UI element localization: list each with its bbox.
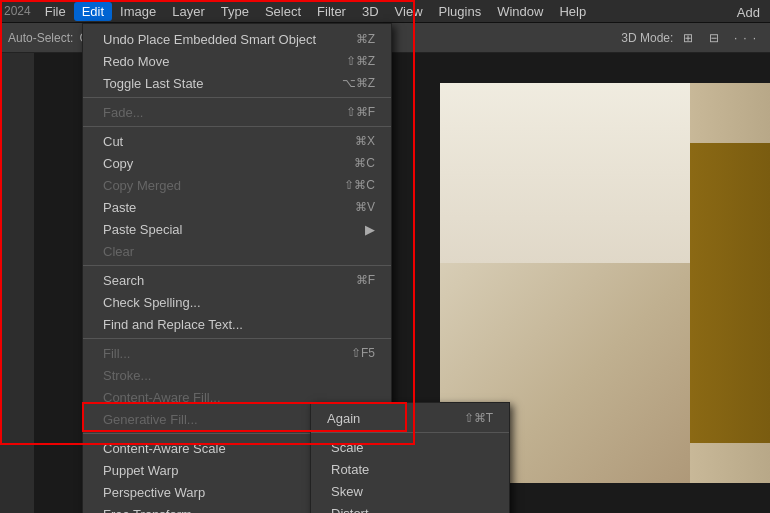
add-button[interactable]: Add [737,5,760,20]
menu-item-shortcut: ⌘X [355,134,375,148]
menu-item-label: Scale [331,440,364,455]
menu-item-label: Paste Special [103,222,183,237]
menu-type[interactable]: Type [213,2,257,21]
submenu-header-again[interactable]: Again ⇧⌘T [311,407,509,429]
menu-item-shortcut: ⇧⌘F [346,105,375,119]
menu-item-cut[interactable]: Cut ⌘X [83,130,391,152]
menu-item-label: Content-Aware Scale [103,441,226,456]
menu-item-shortcut: ⇧⌘C [344,178,375,192]
separator-4 [83,338,391,339]
menu-item-label: Rotate [331,462,369,477]
menu-item-label: Toggle Last State [103,76,203,91]
submenu-item-skew[interactable]: Skew [311,480,509,502]
menu-item-shortcut: ⌘F [356,273,375,287]
menu-item-label: Clear [103,244,134,259]
menu-item-label: Skew [331,484,363,499]
menu-item-shortcut: ⌘Z [356,32,375,46]
menu-item-label: Copy [103,156,133,171]
menu-item-shortcut: ⌘C [354,156,375,170]
menu-item-fill[interactable]: Fill... ⇧F5 [83,342,391,364]
menu-3d[interactable]: 3D [354,2,387,21]
mode-label: 3D Mode: [621,31,673,45]
menu-item-spell[interactable]: Check Spelling... [83,291,391,313]
menu-image[interactable]: Image [112,2,164,21]
menu-item-label: Undo Place Embedded Smart Object [103,32,316,47]
submenu-item-scale[interactable]: Scale [311,436,509,458]
menu-item-label: Content-Aware Fill... [103,390,221,405]
menu-item-label: Search [103,273,144,288]
separator-3 [83,265,391,266]
menu-filter[interactable]: Filter [309,2,354,21]
submenu-arrow: ▶ [365,222,375,237]
menu-item-label: Fill... [103,346,130,361]
menu-select[interactable]: Select [257,2,309,21]
transform-submenu: Again ⇧⌘T Scale Rotate Skew Distort [310,402,510,513]
left-tools-panel [0,53,35,513]
menu-item-shortcut: ⇧F5 [351,346,375,360]
menu-item-clear[interactable]: Clear [83,240,391,262]
menu-file[interactable]: File [37,2,74,21]
menu-item-toggle[interactable]: Toggle Last State ⌥⌘Z [83,72,391,94]
mode-icons: ⊞ ⊟ ··· [683,31,762,45]
menu-plugins[interactable]: Plugins [431,2,490,21]
menu-item-copy-merged[interactable]: Copy Merged ⇧⌘C [83,174,391,196]
menu-item-label: Copy Merged [103,178,181,193]
menu-help[interactable]: Help [551,2,594,21]
submenu-again-label: Again [327,411,360,426]
menu-item-shortcut: ⌘V [355,200,375,214]
menu-item-label: Distort [331,506,369,514]
menu-item-label: Stroke... [103,368,151,383]
menu-item-label: Generative Fill... [103,412,198,427]
menu-item-label: Perspective Warp [103,485,205,500]
menu-window[interactable]: Window [489,2,551,21]
menu-item-paste[interactable]: Paste ⌘V [83,196,391,218]
menu-item-redo[interactable]: Redo Move ⇧⌘Z [83,50,391,72]
separator-1 [83,97,391,98]
menu-edit[interactable]: Edit [74,2,112,21]
menu-item-label: Puppet Warp [103,463,178,478]
menu-bar: 2024 File Edit Image Layer Type Select F… [0,0,770,23]
menu-view[interactable]: View [387,2,431,21]
menu-item-label: Find and Replace Text... [103,317,243,332]
menu-item-find-replace[interactable]: Find and Replace Text... [83,313,391,335]
room-shelf [690,143,770,443]
menu-item-shortcut: ⌥⌘Z [342,76,375,90]
menu-item-label: Cut [103,134,123,149]
submenu-again-shortcut: ⇧⌘T [464,411,493,425]
menu-item-label: Fade... [103,105,143,120]
separator-2 [83,126,391,127]
menu-item-undo[interactable]: Undo Place Embedded Smart Object ⌘Z [83,28,391,50]
submenu-item-rotate[interactable]: Rotate [311,458,509,480]
menu-item-paste-special[interactable]: Paste Special ▶ [83,218,391,240]
submenu-item-distort[interactable]: Distort [311,502,509,513]
menu-item-shortcut: ⇧⌘Z [346,54,375,68]
menu-item-stroke[interactable]: Stroke... [83,364,391,386]
menu-item-label: Check Spelling... [103,295,201,310]
ps-year-label: 2024 [4,4,31,18]
menu-item-label: Free Transform [103,507,192,514]
menu-item-label: Redo Move [103,54,169,69]
menu-item-fade[interactable]: Fade... ⇧⌘F [83,101,391,123]
menu-item-search[interactable]: Search ⌘F [83,269,391,291]
menu-item-copy[interactable]: Copy ⌘C [83,152,391,174]
menu-item-label: Paste [103,200,136,215]
submenu-separator [311,432,509,433]
auto-select-label: Auto-Select: [8,31,73,45]
menu-layer[interactable]: Layer [164,2,213,21]
